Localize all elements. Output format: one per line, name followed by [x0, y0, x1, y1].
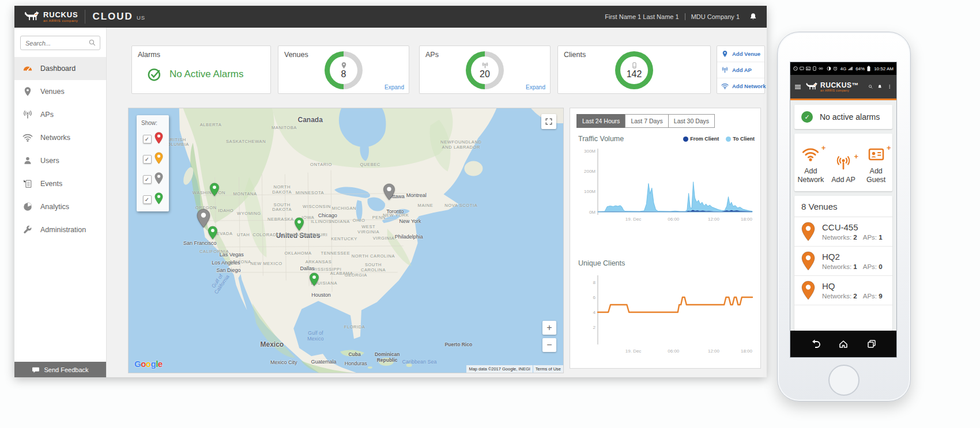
svg-text:18:00: 18:00 — [741, 217, 753, 222]
venue-name: HQ2 — [822, 252, 883, 262]
phone-venue-row-hq[interactable]: HQ Networks: 2APs: 9 — [794, 276, 892, 305]
add-ap-button[interactable]: Add AP — [717, 62, 764, 78]
photo-icon — [806, 66, 811, 71]
legend-checkbox[interactable]: ✓ — [143, 175, 152, 184]
phone-bell-icon[interactable] — [877, 82, 882, 91]
legend-pin-icon — [154, 132, 163, 146]
venue-map-pin[interactable] — [208, 226, 217, 242]
sidebar-item-administration[interactable]: Administration — [14, 218, 106, 241]
add-venue-button[interactable]: Add Venue — [717, 46, 764, 62]
legend-row: ✓ — [143, 152, 163, 166]
venues-expand-link[interactable]: Expand — [385, 84, 404, 90]
quick-actions-panel: Add VenueAdd APAdd Network — [717, 46, 765, 94]
legend-checkbox[interactable]: ✓ — [143, 135, 152, 143]
plus-icon: + — [854, 152, 858, 161]
aps-expand-link[interactable]: Expand — [526, 84, 545, 90]
svg-text:4: 4 — [593, 310, 596, 315]
aps-card: APs 20 Expand — [419, 46, 551, 94]
svg-text:8: 8 — [593, 280, 596, 285]
sidebar-item-networks[interactable]: Networks — [14, 126, 106, 149]
phone-search-icon[interactable] — [868, 82, 873, 91]
sidebar-item-analytics[interactable]: Analytics — [14, 195, 106, 218]
wifi-icon — [22, 132, 33, 143]
sidebar-item-label: Venues — [40, 88, 65, 96]
data-saver-icon — [827, 66, 831, 71]
phone-add-network-button[interactable]: +Add Network — [794, 134, 827, 191]
sidebar-item-venues[interactable]: Venues — [14, 80, 106, 103]
sidebar-item-events[interactable]: Events — [14, 172, 106, 195]
venue-pin-icon — [801, 222, 815, 241]
clients-card: Clients 142 — [557, 46, 711, 94]
venues-card: Venues 8 Expand — [278, 46, 409, 94]
search-icon — [88, 39, 96, 47]
gauge-icon — [22, 63, 33, 74]
venue-pin-icon — [801, 251, 815, 271]
venue-map-pin[interactable] — [383, 183, 395, 203]
message-icon — [800, 66, 804, 71]
fullscreen-button[interactable] — [541, 114, 556, 129]
venues-map[interactable]: CanadaUnited StatesMexicoBRITISH COLUMBI… — [128, 108, 564, 373]
aps-donut: 20 — [466, 51, 504, 89]
svg-text:19. Dec: 19. Dec — [625, 217, 642, 222]
venue-map-pin[interactable] — [295, 217, 304, 233]
phone-home-button[interactable] — [828, 365, 860, 396]
legend-pin-icon — [154, 152, 163, 166]
venues-count: 8 — [341, 70, 346, 79]
ruckus-cloud-window: RUCKUS an ARRIS company CLOUD US First N… — [14, 6, 767, 377]
android-back-button[interactable] — [809, 338, 821, 350]
company-name[interactable]: MDU Company 1 — [691, 13, 740, 20]
clients-count: 142 — [627, 70, 642, 79]
svg-text:12:00: 12:00 — [708, 349, 720, 354]
ruckus-dog-icon — [805, 81, 818, 92]
legend-checkbox[interactable]: ✓ — [143, 195, 152, 204]
phone-add-guest-button[interactable]: +Add Guest — [860, 134, 892, 191]
legend-row: ✓ — [143, 172, 163, 187]
antenna-icon: + — [835, 154, 852, 172]
tab-last-30-days[interactable]: Last 30 Days — [668, 114, 715, 128]
ruckus-logo[interactable]: RUCKUS an ARRIS company — [24, 10, 78, 24]
plus-icon: + — [887, 143, 891, 153]
venue-stats: Networks: 2APs: 9 — [822, 293, 883, 300]
legend-pin-icon — [154, 172, 163, 187]
plus-icon: + — [821, 143, 826, 153]
sidebar-item-users[interactable]: Users — [14, 149, 106, 172]
venues-donut: 8 — [325, 51, 363, 89]
send-feedback-button[interactable]: Send Feedback — [14, 362, 106, 377]
legend-row: ✓ — [143, 132, 163, 146]
tab-last-24-hours[interactable]: Last 24 Hours — [576, 114, 625, 128]
phone-venue-row-hq2[interactable]: HQ2 Networks: 1APs: 0 — [794, 247, 892, 276]
phone-venue-row-ccu-455[interactable]: CCU-455 Networks: 2APs: 1 — [794, 217, 892, 247]
google-logo[interactable]: Google — [134, 359, 163, 369]
sidebar-item-aps[interactable]: APs — [14, 103, 106, 126]
android-home-button[interactable] — [838, 338, 849, 350]
venue-name: CCU-455 — [822, 222, 883, 232]
hamburger-menu-icon[interactable] — [795, 83, 801, 91]
network-type-label: 4G — [840, 66, 847, 71]
legend-dot — [726, 137, 731, 142]
header-divider — [85, 10, 85, 24]
venue-map-pin[interactable] — [209, 183, 219, 199]
link-icon — [819, 66, 823, 71]
legend-checkbox[interactable]: ✓ — [143, 155, 152, 164]
sidebar-item-dashboard[interactable]: Dashboard — [14, 57, 106, 80]
ap-antenna-icon — [481, 62, 489, 69]
terms-of-use-link[interactable]: Terms of Use — [533, 365, 563, 373]
add-network-button[interactable]: Add Network — [717, 78, 764, 94]
tab-last-7-days[interactable]: Last 7 Days — [625, 114, 668, 128]
user-name[interactable]: First Name 1 Last Name 1 — [605, 13, 679, 20]
battery-percent: 64% — [855, 66, 865, 71]
phone-overflow-menu-icon[interactable] — [887, 82, 892, 91]
sidebar-item-label: APs — [40, 111, 54, 119]
phone-add-ap-button[interactable]: +Add AP — [827, 134, 860, 191]
android-recents-button[interactable] — [866, 338, 877, 350]
legend-dot — [683, 137, 688, 142]
notifications-bell-icon[interactable] — [749, 12, 757, 21]
zoom-in-button[interactable]: + — [542, 321, 556, 335]
venue-map-pin[interactable] — [309, 272, 319, 289]
zoom-out-button[interactable]: − — [542, 338, 556, 352]
traffic-volume-chart: 300M200M100M0M19. Dec06:0012:0018:00 — [574, 144, 758, 232]
phone-alarm-banner[interactable]: ✓ No active alarms — [794, 105, 892, 129]
badge-icon: + — [868, 146, 885, 163]
clients-donut: 142 — [615, 51, 653, 89]
ruckus-dog-icon — [24, 10, 40, 24]
